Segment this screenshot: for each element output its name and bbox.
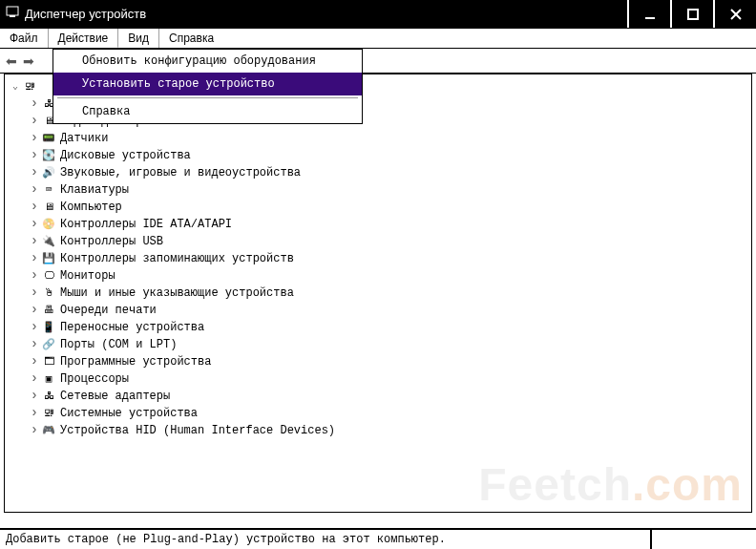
expand-icon[interactable] [28,318,41,337]
sensor-icon: 📟 [41,131,56,146]
system-icon: 🖳 [41,406,56,421]
expand-icon[interactable] [28,284,41,303]
expand-icon[interactable] [9,78,22,95]
tree-item-label: Мониторы [60,267,116,285]
audio-icon: 🔊 [41,165,56,180]
tree-item-label: Процессоры [60,370,129,388]
maximize-button[interactable] [670,0,713,28]
ports-icon: 🔗 [41,337,56,352]
expand-icon[interactable] [28,352,41,371]
tree-item[interactable]: 🗔Программные устройства [9,353,747,370]
expand-icon[interactable] [28,421,41,440]
tree-item[interactable]: 💾Контроллеры запоминающих устройств [9,250,747,267]
tree-item[interactable]: 📱Переносные устройства [9,319,747,336]
action-menu-dropdown: Обновить конфигурацию оборудования Устан… [52,49,363,124]
svg-rect-1 [10,15,15,17]
tree-item[interactable]: 🔗Порты (COM и LPT) [9,336,747,353]
device-tree[interactable]: 🖳 🖧 🖥Видеоадаптеры 📟Датчики 💽Дисковые ус… [5,74,751,443]
title-bar: Диспетчер устройств [0,0,756,29]
tree-item[interactable]: 🖥Компьютер [9,199,747,216]
menu-file[interactable]: Файл [0,29,49,48]
menu-view[interactable]: Вид [118,29,159,48]
usb-icon: 🔌 [41,234,56,249]
tree-item-label: Системные устройства [60,405,198,422]
computer-icon: 🖳 [22,79,37,95]
tree-item[interactable]: ⌨Клавиатуры [9,181,747,199]
expand-icon[interactable] [28,266,41,285]
tree-item[interactable]: 🔊Звуковые, игровые и видеоустройства [9,164,747,181]
keyboard-icon: ⌨ [41,182,56,198]
tree-item[interactable]: 🖱Мыши и иные указывающие устройства [9,285,747,302]
window-title: Диспетчер устройств [25,7,146,21]
tree-item-label: Программные устройства [60,353,211,370]
tree-item[interactable]: 🖧Сетевые адаптеры [9,388,747,405]
tree-item-label: Датчики [60,130,108,147]
minimize-button[interactable] [627,0,670,28]
tree-item[interactable]: 💽Дисковые устройства [9,147,747,164]
portable-icon: 📱 [41,320,56,335]
tree-item[interactable]: 📟Датчики [9,130,747,147]
app-icon [6,6,19,22]
ide-icon: 📀 [41,217,56,232]
expand-icon[interactable] [28,232,41,251]
status-right [651,530,756,549]
menu-action[interactable]: Действие [49,29,119,48]
window-controls [627,0,756,28]
menu-item-refresh-hardware[interactable]: Обновить конфигурацию оборудования [53,50,362,73]
computer-icon: 🖥 [41,200,56,215]
tree-item-label: Сетевые адаптеры [60,388,170,405]
tree-item-label: Переносные устройства [60,319,204,336]
tree-item-label: Контроллеры USB [60,233,163,250]
tree-item[interactable]: 🎮Устройства HID (Human Interface Devices… [9,422,747,439]
menu-separator [57,97,358,98]
close-button[interactable] [713,0,756,28]
status-text: Добавить старое (не Plug-and-Play) устро… [0,530,651,549]
mouse-icon: 🖱 [41,285,56,301]
expand-icon[interactable] [28,249,41,268]
tree-item[interactable]: 🖶Очереди печати [9,302,747,319]
tree-item-label: Порты (COM и LPT) [60,336,177,353]
expand-icon[interactable] [28,335,41,354]
expand-icon[interactable] [28,163,41,182]
title-bar-left: Диспетчер устройств [0,6,146,22]
tree-item[interactable]: 🔌Контроллеры USB [9,233,747,250]
expand-icon[interactable] [28,301,41,320]
expand-icon[interactable] [28,146,41,165]
expand-icon[interactable] [28,404,41,423]
expand-icon[interactable] [28,180,41,200]
tree-item-label: Клавиатуры [60,181,129,199]
expand-icon[interactable] [28,198,41,217]
tree-item-label: Мыши и иные указывающие устройства [60,285,294,302]
expand-icon[interactable] [28,215,41,234]
printer-icon: 🖶 [41,303,56,318]
disk-icon: 💽 [41,148,56,163]
svg-rect-3 [688,10,698,19]
tree-item-label: Контроллеры IDE ATA/ATAPI [60,216,232,233]
tree-item-label: Очереди печати [60,302,157,319]
tree-item[interactable]: 🖵Мониторы [9,267,747,285]
expand-icon[interactable] [28,129,41,148]
menu-help[interactable]: Справка [159,29,223,48]
menu-bar: Файл Действие Вид Справка [0,29,756,49]
expand-icon[interactable] [28,387,41,406]
menu-item-install-legacy[interactable]: Установить старое устройство [53,73,362,95]
tree-item[interactable]: ▣Процессоры [9,370,747,388]
tree-item[interactable]: 🖳Системные устройства [9,405,747,422]
tree-item-label: Устройства HID (Human Interface Devices) [60,422,335,439]
forward-button[interactable]: ➡ [23,53,34,69]
expand-icon[interactable] [28,112,41,131]
tree-item[interactable]: 📀Контроллеры IDE ATA/ATAPI [9,216,747,233]
tree-item-label: Контроллеры запоминающих устройств [60,250,294,267]
svg-rect-0 [7,7,18,15]
back-button[interactable]: ⬅ [6,53,17,69]
hid-icon: 🎮 [41,423,56,438]
network-icon: 🖧 [41,389,56,404]
software-icon: 🗔 [41,354,56,370]
expand-icon[interactable] [28,370,41,389]
tree-item-label: Звуковые, игровые и видеоустройства [60,164,301,181]
expand-icon[interactable] [28,95,41,114]
monitor-icon: 🖵 [41,268,56,284]
status-bar: Добавить старое (не Plug-and-Play) устро… [0,528,756,549]
menu-item-help[interactable]: Справка [53,100,362,123]
device-tree-container: 🖳 🖧 🖥Видеоадаптеры 📟Датчики 💽Дисковые ус… [4,74,752,513]
